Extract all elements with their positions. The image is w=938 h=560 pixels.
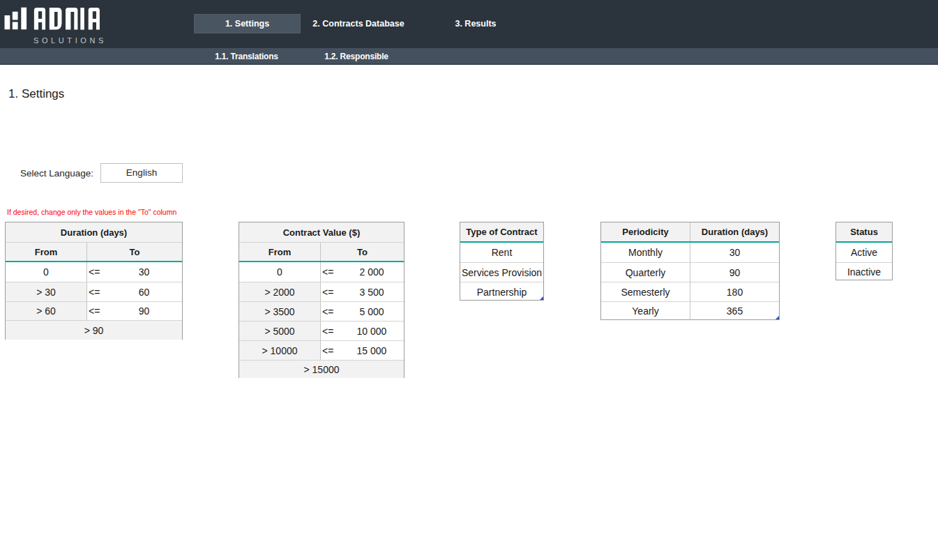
svg-text:SOLUTIONS: SOLUTIONS	[33, 36, 107, 45]
